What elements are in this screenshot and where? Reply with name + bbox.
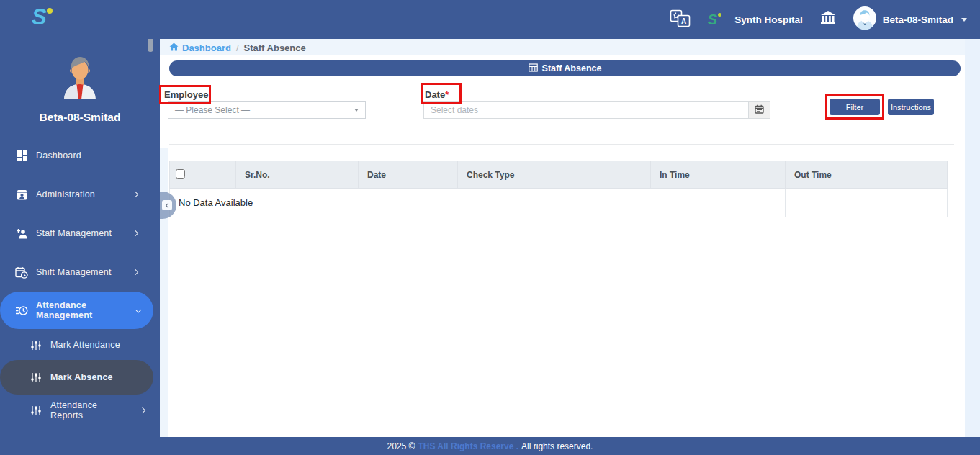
- user-avatar: [853, 6, 876, 32]
- table-grid-icon: [529, 63, 538, 74]
- col-header-in-time: In Time: [651, 161, 786, 189]
- table-header-row: Sr.No. Date Check Type In Time Out Time: [170, 161, 948, 189]
- top-navbar: S A S Synth Hospital: [0, 0, 980, 39]
- sidebar-item-label: Attendance Management: [36, 300, 129, 320]
- divider: [169, 144, 954, 145]
- brand-icon[interactable]: S: [708, 12, 717, 28]
- select-all-checkbox[interactable]: [176, 169, 185, 179]
- hospital-name: Synth Hospital: [734, 14, 803, 25]
- sidebar-item-label: Shift Management: [36, 267, 112, 277]
- chevron-right-icon: [132, 192, 138, 197]
- select-caret-icon: [354, 109, 359, 112]
- dashboard-grid-icon: [15, 150, 28, 162]
- annotation-box-employee: [159, 85, 211, 104]
- panel-title: Staff Absence: [542, 63, 602, 73]
- col-header-out-time: Out Time: [786, 161, 948, 189]
- sidebar-subitem-mark-absence[interactable]: Mark Absence: [0, 360, 153, 395]
- navbar-right-cluster: A S Synth Hospital: [670, 0, 967, 39]
- brand-icon-letter: S: [708, 12, 717, 27]
- breadcrumb-dashboard-link[interactable]: Dashboard: [169, 42, 231, 53]
- breadcrumb-current: Staff Absence: [244, 42, 306, 53]
- breadcrumb-home-label: Dashboard: [182, 42, 231, 53]
- footer: 2025 © THS All Rights Reserve . All righ…: [0, 437, 980, 455]
- sidebar-item-shift-management[interactable]: Shift Management: [0, 256, 153, 288]
- date-calendar-button[interactable]: [749, 101, 770, 119]
- sidebar-item-label: Staff Management: [36, 228, 112, 238]
- annotation-box-filter: [825, 94, 884, 120]
- logo-dot-icon: [47, 8, 53, 14]
- instructions-button[interactable]: Instructions: [888, 99, 934, 115]
- sidebar-item-label: Mark Absence: [50, 372, 113, 382]
- sidebar-profile: Beta-08-Smitad: [0, 52, 160, 124]
- chevron-right-icon: [132, 269, 138, 275]
- footer-rights: All rights reserved.: [521, 441, 593, 451]
- svg-text:A: A: [681, 17, 686, 25]
- sidebar-item-attendance-management[interactable]: Attendance Management: [0, 292, 153, 329]
- panel-header: Staff Absence: [169, 60, 961, 76]
- sidebar-item-staff-management[interactable]: Staff Management: [0, 217, 153, 249]
- sidebar-subitem-mark-attendance[interactable]: Mark Attendance: [0, 329, 153, 361]
- footer-link[interactable]: THS All Rights Reserve .: [418, 441, 518, 451]
- sliders-icon: [30, 405, 42, 417]
- bank-icon[interactable]: [820, 11, 836, 28]
- attendance-clock-icon: [15, 305, 28, 317]
- user-name: Beta-08-Smitad: [883, 14, 953, 25]
- sidebar-item-label: Mark Attendance: [50, 340, 120, 350]
- sidebar-item-label: Dashboard: [36, 150, 81, 161]
- chevron-down-icon: [135, 307, 141, 313]
- empty-message: No Data Available: [170, 189, 786, 217]
- sidebar: Beta-08-Smitad Dashboard: [0, 39, 160, 437]
- home-icon: [169, 42, 179, 53]
- add-user-icon: [15, 227, 28, 240]
- col-header-srno: Sr.No.: [236, 161, 359, 189]
- profile-avatar: [54, 92, 106, 104]
- app-logo[interactable]: S: [32, 4, 46, 30]
- sliders-icon: [30, 371, 42, 384]
- col-header-date: Date: [359, 161, 458, 189]
- sidebar-item-administration[interactable]: Administration: [0, 179, 153, 210]
- sidebar-item-label: Attendance Reports: [50, 400, 132, 420]
- annotation-box-date: [421, 83, 462, 104]
- chevron-right-icon: [132, 230, 138, 236]
- col-header-check-type: Check Type: [458, 161, 651, 189]
- main-content: Dashboard / Staff Absence Staff Absence …: [160, 39, 980, 437]
- chevron-right-icon: [140, 407, 145, 413]
- chevron-left-icon: [162, 200, 172, 210]
- profile-name: Beta-08-Smitad: [0, 111, 160, 124]
- app-logo-letter: S: [32, 4, 46, 30]
- user-menu[interactable]: Beta-08-Smitad: [853, 6, 967, 32]
- language-icon[interactable]: A: [670, 8, 691, 31]
- id-card-icon: [15, 189, 28, 201]
- right-gutter: [965, 39, 980, 437]
- employee-select-value: — Please Select —: [175, 105, 250, 115]
- calendar-clock-icon: [15, 266, 28, 279]
- date-input[interactable]: [423, 101, 749, 119]
- sidebar-item-dashboard[interactable]: Dashboard: [0, 140, 153, 171]
- sidebar-item-label: Administration: [36, 189, 95, 199]
- sliders-icon: [30, 339, 42, 351]
- chevron-down-icon: [961, 18, 967, 22]
- table-empty-row: No Data Available: [170, 189, 948, 217]
- brand-dot-icon: [718, 13, 721, 17]
- sidebar-subitem-attendance-reports[interactable]: Attendance Reports: [0, 395, 153, 426]
- empty-cell: [786, 189, 948, 217]
- footer-year: 2025 ©: [387, 441, 415, 451]
- calendar-icon: [755, 104, 764, 117]
- breadcrumb-separator: /: [236, 42, 239, 53]
- staff-absence-table: Sr.No. Date Check Type In Time Out Time …: [169, 161, 948, 217]
- staff-absence-page: S A S Synth Hospital: [0, 0, 980, 455]
- breadcrumb: Dashboard / Staff Absence: [169, 42, 306, 53]
